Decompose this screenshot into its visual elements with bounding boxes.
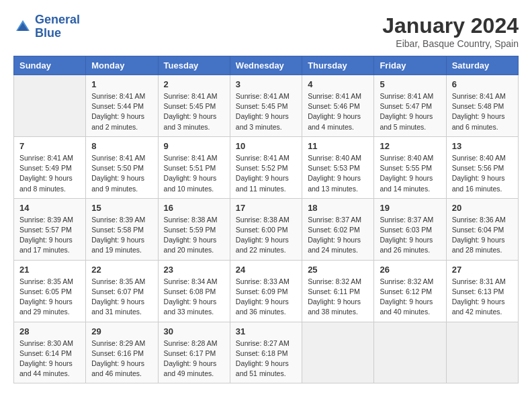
- month-title: January 2024: [382, 13, 519, 38]
- header-thursday: Thursday: [302, 56, 374, 75]
- calendar-body: 1 Sunrise: 8:41 AMSunset: 5:44 PMDayligh…: [14, 75, 519, 383]
- week-row-4: 28 Sunrise: 8:30 AMSunset: 6:14 PMDaylig…: [14, 322, 519, 383]
- day-info: Sunrise: 8:40 AMSunset: 5:53 PMDaylight:…: [308, 153, 368, 194]
- day-number: 9: [164, 141, 224, 151]
- day-info: Sunrise: 8:41 AMSunset: 5:49 PMDaylight:…: [19, 153, 80, 194]
- week-row-3: 21 Sunrise: 8:35 AMSunset: 6:05 PMDaylig…: [14, 260, 519, 322]
- day-number: 27: [452, 265, 513, 275]
- logo-line1: General: [35, 13, 80, 27]
- day-cell: 11 Sunrise: 8:40 AMSunset: 5:53 PMDaylig…: [302, 136, 374, 198]
- day-info: Sunrise: 8:39 AMSunset: 5:57 PMDaylight:…: [19, 215, 80, 256]
- day-cell: 30 Sunrise: 8:28 AMSunset: 6:17 PMDaylig…: [158, 322, 230, 383]
- day-number: 13: [452, 141, 513, 151]
- day-number: 22: [91, 265, 152, 275]
- header-saturday: Saturday: [446, 56, 518, 75]
- calendar-table: Sunday Monday Tuesday Wednesday Thursday…: [13, 56, 519, 383]
- day-cell: 17 Sunrise: 8:38 AMSunset: 6:00 PMDaylig…: [230, 198, 302, 260]
- day-number: 5: [380, 79, 440, 89]
- day-info: Sunrise: 8:32 AMSunset: 6:12 PMDaylight:…: [380, 277, 440, 318]
- day-number: 4: [308, 79, 368, 89]
- day-number: 21: [19, 265, 80, 275]
- day-info: Sunrise: 8:38 AMSunset: 6:00 PMDaylight:…: [236, 215, 296, 256]
- day-number: 1: [91, 79, 152, 89]
- day-number: 12: [380, 141, 440, 151]
- day-cell: 21 Sunrise: 8:35 AMSunset: 6:05 PMDaylig…: [14, 260, 86, 322]
- day-cell: 9 Sunrise: 8:41 AMSunset: 5:51 PMDayligh…: [158, 136, 230, 198]
- day-info: Sunrise: 8:41 AMSunset: 5:45 PMDaylight:…: [236, 91, 296, 132]
- day-cell: 29 Sunrise: 8:29 AMSunset: 6:16 PMDaylig…: [86, 322, 158, 383]
- day-info: Sunrise: 8:33 AMSunset: 6:09 PMDaylight:…: [236, 277, 296, 318]
- day-number: 7: [19, 141, 80, 151]
- header-wednesday: Wednesday: [230, 56, 302, 75]
- location: Eibar, Basque Country, Spain: [382, 38, 519, 49]
- week-row-2: 14 Sunrise: 8:39 AMSunset: 5:57 PMDaylig…: [14, 198, 519, 260]
- day-number: 8: [91, 141, 152, 151]
- day-cell: [446, 322, 518, 383]
- day-cell: 31 Sunrise: 8:27 AMSunset: 6:18 PMDaylig…: [230, 322, 302, 383]
- day-cell: 23 Sunrise: 8:34 AMSunset: 6:08 PMDaylig…: [158, 260, 230, 322]
- day-cell: 3 Sunrise: 8:41 AMSunset: 5:45 PMDayligh…: [230, 75, 302, 137]
- header-tuesday: Tuesday: [158, 56, 230, 75]
- day-cell: 8 Sunrise: 8:41 AMSunset: 5:50 PMDayligh…: [86, 136, 158, 198]
- week-row-0: 1 Sunrise: 8:41 AMSunset: 5:44 PMDayligh…: [14, 75, 519, 137]
- day-number: 17: [236, 203, 296, 213]
- day-number: 10: [236, 141, 296, 151]
- day-info: Sunrise: 8:30 AMSunset: 6:14 PMDaylight:…: [19, 338, 80, 379]
- day-cell: [374, 322, 446, 383]
- day-cell: 6 Sunrise: 8:41 AMSunset: 5:48 PMDayligh…: [446, 75, 518, 137]
- day-info: Sunrise: 8:41 AMSunset: 5:52 PMDaylight:…: [236, 153, 296, 194]
- day-cell: 14 Sunrise: 8:39 AMSunset: 5:57 PMDaylig…: [14, 198, 86, 260]
- day-number: 23: [164, 265, 224, 275]
- page-header: General Blue January 2024 Eibar, Basque …: [13, 13, 519, 49]
- day-info: Sunrise: 8:41 AMSunset: 5:47 PMDaylight:…: [380, 91, 440, 132]
- day-number: 3: [236, 79, 296, 89]
- day-cell: 20 Sunrise: 8:36 AMSunset: 6:04 PMDaylig…: [446, 198, 518, 260]
- logo: General Blue: [13, 13, 80, 40]
- day-info: Sunrise: 8:37 AMSunset: 6:02 PMDaylight:…: [308, 215, 368, 256]
- day-cell: 26 Sunrise: 8:32 AMSunset: 6:12 PMDaylig…: [374, 260, 446, 322]
- header-monday: Monday: [86, 56, 158, 75]
- day-number: 29: [91, 326, 152, 336]
- day-number: 28: [19, 326, 80, 336]
- title-area: January 2024 Eibar, Basque Country, Spai…: [382, 13, 519, 49]
- day-number: 18: [308, 203, 368, 213]
- day-info: Sunrise: 8:40 AMSunset: 5:55 PMDaylight:…: [380, 153, 440, 194]
- day-cell: [14, 75, 86, 137]
- day-info: Sunrise: 8:40 AMSunset: 5:56 PMDaylight:…: [452, 153, 513, 194]
- day-cell: 1 Sunrise: 8:41 AMSunset: 5:44 PMDayligh…: [86, 75, 158, 137]
- day-cell: 12 Sunrise: 8:40 AMSunset: 5:55 PMDaylig…: [374, 136, 446, 198]
- header-friday: Friday: [374, 56, 446, 75]
- day-info: Sunrise: 8:37 AMSunset: 6:03 PMDaylight:…: [380, 215, 440, 256]
- logo-text: General Blue: [35, 13, 80, 40]
- day-info: Sunrise: 8:35 AMSunset: 6:05 PMDaylight:…: [19, 277, 80, 318]
- logo-line2: Blue: [35, 27, 80, 40]
- day-cell: 16 Sunrise: 8:38 AMSunset: 5:59 PMDaylig…: [158, 198, 230, 260]
- day-cell: 19 Sunrise: 8:37 AMSunset: 6:03 PMDaylig…: [374, 198, 446, 260]
- calendar-header: Sunday Monday Tuesday Wednesday Thursday…: [14, 56, 519, 75]
- day-cell: 15 Sunrise: 8:39 AMSunset: 5:58 PMDaylig…: [86, 198, 158, 260]
- day-info: Sunrise: 8:41 AMSunset: 5:45 PMDaylight:…: [164, 91, 224, 132]
- day-info: Sunrise: 8:41 AMSunset: 5:50 PMDaylight:…: [91, 153, 152, 194]
- header-row: Sunday Monday Tuesday Wednesday Thursday…: [14, 56, 519, 75]
- day-number: 30: [164, 326, 224, 336]
- day-cell: 24 Sunrise: 8:33 AMSunset: 6:09 PMDaylig…: [230, 260, 302, 322]
- day-number: 2: [164, 79, 224, 89]
- day-info: Sunrise: 8:34 AMSunset: 6:08 PMDaylight:…: [164, 277, 224, 318]
- day-number: 6: [452, 79, 513, 89]
- day-number: 16: [164, 203, 224, 213]
- day-cell: 27 Sunrise: 8:31 AMSunset: 6:13 PMDaylig…: [446, 260, 518, 322]
- day-info: Sunrise: 8:32 AMSunset: 6:11 PMDaylight:…: [308, 277, 368, 318]
- week-row-1: 7 Sunrise: 8:41 AMSunset: 5:49 PMDayligh…: [14, 136, 519, 198]
- day-number: 25: [308, 265, 368, 275]
- day-number: 20: [452, 203, 513, 213]
- day-number: 31: [236, 326, 296, 336]
- day-number: 15: [91, 203, 152, 213]
- day-cell: 18 Sunrise: 8:37 AMSunset: 6:02 PMDaylig…: [302, 198, 374, 260]
- day-cell: 5 Sunrise: 8:41 AMSunset: 5:47 PMDayligh…: [374, 75, 446, 137]
- day-info: Sunrise: 8:38 AMSunset: 5:59 PMDaylight:…: [164, 215, 224, 256]
- day-cell: 10 Sunrise: 8:41 AMSunset: 5:52 PMDaylig…: [230, 136, 302, 198]
- day-info: Sunrise: 8:35 AMSunset: 6:07 PMDaylight:…: [91, 277, 152, 318]
- day-cell: 25 Sunrise: 8:32 AMSunset: 6:11 PMDaylig…: [302, 260, 374, 322]
- day-info: Sunrise: 8:41 AMSunset: 5:51 PMDaylight:…: [164, 153, 224, 194]
- day-number: 19: [380, 203, 440, 213]
